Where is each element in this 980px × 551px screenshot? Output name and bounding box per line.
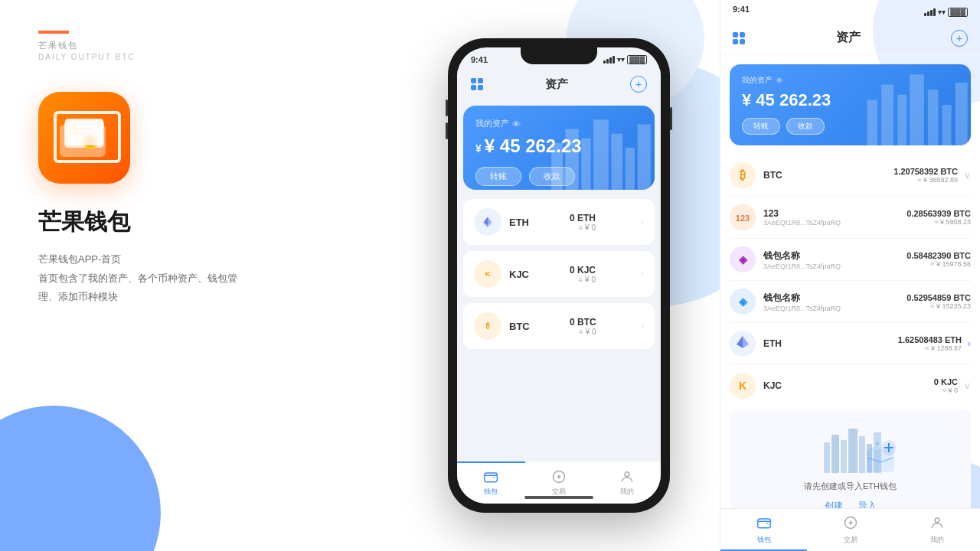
phone-grid-icon[interactable] bbox=[471, 78, 483, 90]
right-wallet-p-amount: 0.58482390 BTC bbox=[906, 251, 971, 260]
phone-outer: 9:41 ▾▾ ▓▓▓ bbox=[448, 38, 670, 513]
phone-coin-list: ETH 0 ETH ≈ ¥ 0 › K bbox=[457, 196, 661, 358]
phone-nav-mine[interactable]: 我的 bbox=[593, 468, 661, 497]
right-coin-right-eth: 1.62508483 ETH ≈ ¥ 1288.87 › bbox=[898, 335, 971, 352]
svg-rect-0 bbox=[60, 125, 106, 157]
right-coin-item-kjc[interactable]: K KJC 0 KJC ≈ ¥ 0 ∨ bbox=[730, 365, 971, 399]
svg-point-57 bbox=[876, 442, 879, 445]
right-coin-right-wallet-p: 0.58482390 BTC ≈ ¥ 15978.56 bbox=[906, 251, 971, 268]
right-coin-item-btc[interactable]: ₿ BTC 1.20758392 BTC ≈ ¥ 36592.89 ∨ bbox=[730, 155, 971, 197]
brand-accent-line bbox=[38, 31, 69, 34]
phone-add-button[interactable]: + bbox=[630, 76, 647, 93]
phone-nav-wallet-label: 钱包 bbox=[484, 487, 498, 497]
right-coin-item-eth[interactable]: ETH 1.62508483 ETH ≈ ¥ 1288.87 › bbox=[730, 323, 971, 365]
svg-rect-32 bbox=[956, 83, 968, 145]
coin-right-eth: 0 ETH ≈ ¥ 0 bbox=[570, 213, 596, 232]
right-btc-amount: 1.20758392 BTC bbox=[893, 167, 958, 176]
right-coin-right-kjc: 0 KJC ≈ ¥ 0 ∨ bbox=[934, 377, 971, 394]
kjc-name: KJC bbox=[509, 269, 529, 280]
right-wallet-p-name: 钱包名称 bbox=[763, 249, 841, 262]
right-add-button[interactable]: + bbox=[951, 30, 968, 47]
right-coin-item-wallet-p[interactable]: ◈ 钱包名称 3AeEQt1R8...TsZ4fpaRQ 0.58482390 … bbox=[730, 239, 971, 281]
right-coin-left-wallet-b: ◈ 钱包名称 3AeEQt1R8...TsZ4fpaRQ bbox=[730, 289, 841, 315]
right-transfer-button[interactable]: 转账 bbox=[742, 118, 780, 135]
right-nav-mine-label: 我的 bbox=[930, 535, 944, 545]
right-coin-item-123[interactable]: 123 123 3AeEQt1R8...TsZ4fpaRQ 0.28563939… bbox=[730, 197, 971, 239]
right-receive-button[interactable]: 收款 bbox=[786, 118, 825, 135]
phone-nav-tx[interactable]: 交易 bbox=[525, 468, 593, 497]
phone-nav-wallet[interactable]: 钱包 bbox=[457, 468, 525, 497]
phone-coin-item-kjc[interactable]: K KJC 0 KJC ≈ ¥ 0 › bbox=[463, 251, 655, 297]
phone-transfer-button[interactable]: 转账 bbox=[475, 167, 521, 186]
svg-text:K: K bbox=[485, 269, 491, 278]
right-btc-values: 1.20758392 BTC ≈ ¥ 36592.89 bbox=[893, 167, 958, 184]
phone-nav-mine-label: 我的 bbox=[620, 487, 634, 497]
coin-left-eth: ETH bbox=[474, 208, 529, 236]
svg-rect-59 bbox=[757, 519, 770, 528]
phone-container: 9:41 ▾▾ ▓▓▓ bbox=[398, 0, 720, 551]
coin-left-kjc: K KJC bbox=[474, 260, 529, 288]
svg-text:◈: ◈ bbox=[738, 253, 748, 266]
right-nav-mine[interactable]: 我的 bbox=[893, 514, 980, 545]
right-time: 9:41 bbox=[733, 5, 750, 14]
svg-rect-3 bbox=[69, 132, 84, 135]
right-wallet-nav-icon bbox=[756, 515, 772, 533]
battery-icon: ▓▓▓ bbox=[627, 55, 647, 64]
svg-rect-29 bbox=[910, 74, 925, 145]
phone-screen: 9:41 ▾▾ ▓▓▓ bbox=[457, 47, 661, 504]
mine-nav-icon bbox=[619, 468, 635, 485]
right-wallet-p-addr: 3AeEQt1R8...TsZ4fpaRQ bbox=[763, 262, 841, 270]
svg-rect-30 bbox=[928, 90, 938, 145]
eth-amount: 0 ETH bbox=[570, 213, 596, 223]
kjc-value: ≈ ¥ 0 bbox=[570, 276, 596, 284]
eth-name: ETH bbox=[509, 217, 529, 228]
left-panel: 芒果钱包 DAILY OUTPUT BTC 芒果钱包 芒果钱包APP-首页 首页… bbox=[0, 0, 398, 551]
right-wifi-icon: ▾▾ bbox=[938, 8, 946, 16]
eth-chevron: › bbox=[641, 217, 644, 227]
right-card-city-svg bbox=[859, 64, 971, 145]
eth-import-illustration bbox=[820, 421, 881, 474]
phone-side-btn2 bbox=[446, 122, 448, 139]
right-kjc-values: 0 KJC ≈ ¥ 0 bbox=[934, 377, 958, 394]
right-btc-icon: ₿ bbox=[730, 162, 756, 188]
eye-icon[interactable]: 👁 bbox=[512, 119, 521, 129]
right-eth-amount: 1.62508483 ETH bbox=[898, 335, 962, 344]
svg-rect-26 bbox=[867, 99, 877, 145]
desc-line2: 首页包含了我的资产、各个币种资产、钱包管 bbox=[38, 269, 360, 289]
svg-rect-49 bbox=[848, 429, 858, 473]
svg-point-58 bbox=[871, 448, 873, 450]
kjc-chevron: › bbox=[641, 269, 644, 279]
right-mine-nav-icon bbox=[929, 515, 945, 533]
signal-icon bbox=[603, 56, 615, 64]
right-nav-wallet[interactable]: 钱包 bbox=[720, 514, 807, 545]
right-btc-fiat: ≈ ¥ 36592.89 bbox=[893, 176, 958, 184]
right-nav-tx[interactable]: 交易 bbox=[807, 514, 893, 545]
svg-point-25 bbox=[625, 472, 629, 477]
wallet-nav-icon bbox=[482, 468, 499, 485]
svg-point-5 bbox=[85, 136, 96, 147]
right-bottom-nav: 钱包 交易 我的 bbox=[720, 508, 980, 551]
right-wallet-p-icon: ◈ bbox=[730, 246, 756, 272]
phone-coin-item-btc[interactable]: ₿ BTC 0 BTC ≈ ¥ 0 › bbox=[463, 303, 655, 349]
svg-text:123: 123 bbox=[736, 214, 750, 223]
right-coin-right-wallet-b: 0.52954859 BTC ≈ ¥ 15235.23 bbox=[906, 293, 971, 310]
right-wallet-b-name: 钱包名称 bbox=[763, 292, 841, 305]
svg-rect-9 bbox=[582, 139, 591, 190]
phone-coin-item-eth[interactable]: ETH 0 ETH ≈ ¥ 0 › bbox=[463, 199, 655, 245]
right-grid-icon[interactable] bbox=[733, 32, 745, 44]
btc-name: BTC bbox=[509, 321, 530, 332]
app-icon bbox=[38, 92, 130, 184]
coin-left-btc: ₿ BTC bbox=[474, 312, 530, 340]
svg-rect-48 bbox=[841, 440, 847, 473]
coin-right-btc: 0 BTC ≈ ¥ 0 bbox=[570, 317, 596, 336]
right-kjc-amount: 0 KJC bbox=[934, 377, 958, 386]
asset-card-city-svg bbox=[542, 106, 655, 190]
eth-import-text: 请先创建或导入ETH钱包 bbox=[742, 481, 959, 492]
right-coin-item-wallet-b[interactable]: ◈ 钱包名称 3AeEQt1R8...TsZ4fpaRQ 0.52954859 … bbox=[730, 281, 971, 323]
right-eye-icon[interactable]: 👁 bbox=[776, 77, 783, 85]
phone-time: 9:41 bbox=[471, 55, 488, 64]
phone-side-btn1 bbox=[446, 99, 448, 116]
coin-right-kjc: 0 KJC ≈ ¥ 0 bbox=[570, 265, 596, 284]
brand-subtitle-label: DAILY OUTPUT BTC bbox=[38, 53, 360, 61]
right-nav-tx-label: 交易 bbox=[844, 535, 858, 545]
